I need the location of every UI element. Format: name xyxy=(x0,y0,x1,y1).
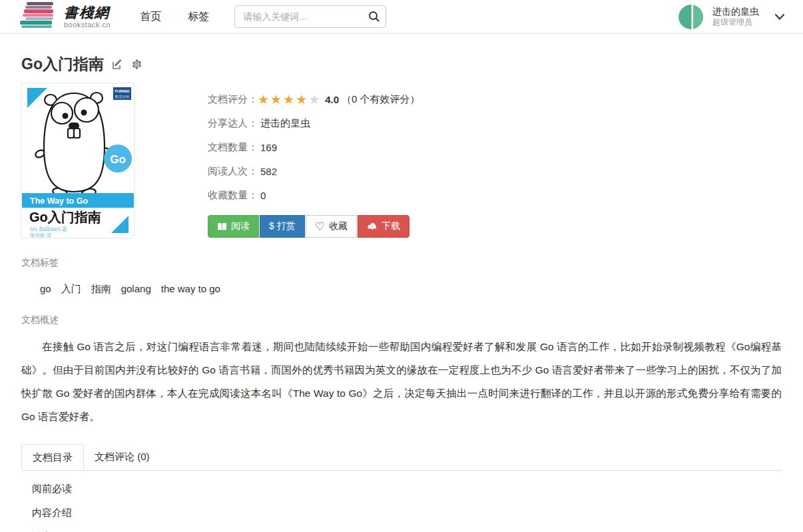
cover-translator: 陈佳枚 译 xyxy=(30,232,52,238)
tag-item[interactable]: 指南 xyxy=(91,283,111,296)
search-button[interactable] xyxy=(368,11,380,25)
tag-item[interactable]: 入门 xyxy=(61,283,81,296)
action-buttons: 阅读 $ 打赏 ♡ 收藏 xyxy=(208,215,420,238)
svg-text:Go: Go xyxy=(110,153,126,166)
reward-button[interactable]: $ 打赏 xyxy=(260,215,305,238)
user-role: 超级管理员 xyxy=(712,17,759,28)
gear-icon[interactable] xyxy=(131,59,142,70)
user-area[interactable]: 进击的皇虫 超级管理员 xyxy=(678,5,784,29)
stat-fav-count: 收藏数量： 0 xyxy=(208,183,420,207)
toc-list: 阅前必读 内容介绍 前言 第1章：Go 语言的起源，发展与普及 第2章：安装与运… xyxy=(21,477,782,532)
tag-item[interactable]: golang xyxy=(121,283,151,296)
tags-section-label: 文档标签 xyxy=(21,257,782,269)
search-input[interactable] xyxy=(234,5,386,28)
book-overview: 在接触 Go 语言之后，对这门编程语言非常着迷，期间也陆陆续续开始一些帮助国内编… xyxy=(21,335,782,428)
tag-list: go 入门 指南 golang the way to go xyxy=(21,283,782,296)
user-name: 进击的皇虫 xyxy=(712,5,759,17)
search-icon xyxy=(368,15,380,25)
heart-icon: ♡ xyxy=(315,221,325,232)
nav-item-home[interactable]: 首页 xyxy=(140,10,161,24)
top-header: 書棧網 bookstack.cn 首页 标签 进击的皇虫 超级管理员 xyxy=(0,0,803,34)
site-logo[interactable]: 書棧網 bookstack.cn xyxy=(19,1,111,33)
main-nav: 首页 标签 xyxy=(140,10,209,24)
site-title: 書棧網 xyxy=(64,5,111,20)
site-domain: bookstack.cn xyxy=(64,21,111,29)
tab-comments[interactable]: 文档评论 (0) xyxy=(84,444,160,470)
toc-item[interactable]: 阅前必读 xyxy=(21,477,782,501)
toc-item[interactable]: 内容介绍 xyxy=(21,501,782,525)
tag-item[interactable]: go xyxy=(40,283,51,296)
toc-item[interactable]: 前言 xyxy=(21,525,782,532)
cloud-download-icon xyxy=(367,222,378,231)
rating-count: （0 个有效评分） xyxy=(342,93,420,106)
read-button[interactable]: 阅读 xyxy=(208,215,259,238)
nav-item-tags[interactable]: 标签 xyxy=(188,10,209,24)
bookstack-logo-icon xyxy=(19,1,57,33)
turing-badge: TURING 图灵社区 xyxy=(113,87,131,100)
book-icon xyxy=(217,222,227,231)
cover-author: Ivo Balbaert 著 xyxy=(30,226,68,232)
favorite-button[interactable]: ♡ 收藏 xyxy=(306,215,357,238)
star-rating[interactable]: ★★★★★ xyxy=(258,93,321,106)
rating-value: 4.0 xyxy=(325,94,339,105)
stat-doc-count: 文档数量： 169 xyxy=(208,135,420,159)
stat-rating: 文档评分： ★★★★★ 4.0 （0 个有效评分） xyxy=(208,87,420,111)
sharer-name[interactable]: 进击的皇虫 xyxy=(260,117,310,130)
tag-item[interactable]: the way to go xyxy=(161,283,220,296)
avatar[interactable] xyxy=(678,5,703,29)
tab-toc[interactable]: 文档目录 xyxy=(21,444,84,470)
page-title: Go入门指南 xyxy=(21,54,104,75)
cover-title: Go入门指南 xyxy=(29,210,101,224)
overview-section-label: 文档概述 xyxy=(21,314,782,326)
go-logo-circle: Go xyxy=(104,144,132,172)
dollar-label: $ 打赏 xyxy=(269,220,296,232)
search-box xyxy=(234,5,386,28)
tab-bar: 文档目录 文档评论 (0) xyxy=(21,444,782,471)
cover-banner: The Way to Go xyxy=(22,193,134,208)
download-button[interactable]: 下载 xyxy=(358,215,409,238)
stat-read-count: 阅读人次： 582 xyxy=(208,159,420,183)
stat-sharer: 分享达人： 进击的皇虫 xyxy=(208,111,420,135)
book-cover[interactable]: TURING 图灵社区 xyxy=(21,83,134,238)
svg-text:The Way to Go: The Way to Go xyxy=(30,196,88,206)
svg-text:图灵社区: 图灵社区 xyxy=(115,95,131,99)
edit-icon[interactable] xyxy=(112,59,123,70)
svg-text:TURING: TURING xyxy=(115,89,130,93)
chevron-down-icon[interactable] xyxy=(775,14,784,20)
